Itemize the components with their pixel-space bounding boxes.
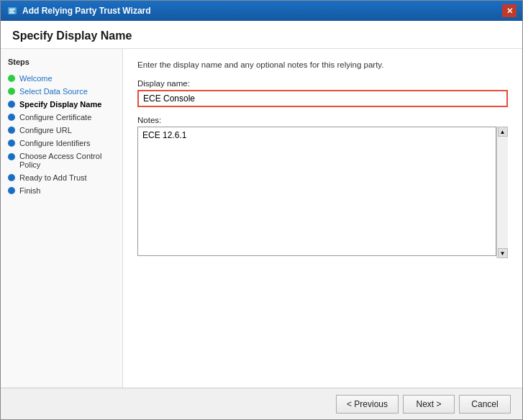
step-dot-identifiers [8, 140, 15, 147]
step-dot-finish [8, 187, 15, 194]
sidebar-label-url: Configure URL [19, 126, 72, 134]
sidebar-label-ready: Ready to Add Trust [19, 173, 87, 182]
sidebar-label-display: Specify Display Name [19, 100, 101, 109]
sidebar-item-specify-display-name[interactable]: Specify Display Name [1, 98, 122, 111]
step-dot-ready [8, 174, 15, 181]
scroll-down-arrow[interactable]: ▼ [498, 248, 508, 258]
svg-rect-3 [9, 12, 14, 14]
sidebar-item-finish[interactable]: Finish [1, 184, 122, 197]
sidebar-item-select-data-source[interactable]: Select Data Source [1, 85, 122, 98]
step-dot-access [8, 153, 15, 160]
sidebar-item-configure-identifiers[interactable]: Configure Identifiers [1, 137, 122, 150]
notes-group: Notes: ECE 12.6.1 ▲ ▼ [137, 116, 508, 258]
wizard-window: Add Relying Party Trust Wizard ✕ Specify… [0, 0, 523, 420]
sidebar-label-welcome: Welcome [19, 74, 53, 83]
sidebar-item-choose-access-control[interactable]: Choose Access Control Policy [1, 150, 122, 171]
sidebar-item-configure-url[interactable]: Configure URL [1, 124, 122, 137]
sidebar-label-select: Select Data Source [19, 87, 88, 96]
step-dot-url [8, 127, 15, 134]
previous-button[interactable]: < Previous [336, 395, 399, 414]
wizard-icon [6, 5, 18, 17]
scroll-up-arrow[interactable]: ▲ [498, 127, 508, 137]
steps-header: Steps [1, 58, 122, 72]
notes-textarea[interactable]: ECE 12.6.1 [137, 127, 496, 256]
page-title: Specify Display Name [12, 29, 511, 42]
notes-label: Notes: [137, 116, 508, 124]
display-name-group: Display name: [137, 79, 508, 107]
step-dot-display [8, 101, 15, 108]
close-button[interactable]: ✕ [502, 4, 517, 17]
main-content: Steps Welcome Select Data Source Specify… [1, 49, 522, 388]
svg-rect-1 [9, 9, 15, 10]
notes-wrapper: ECE 12.6.1 ▲ ▼ [137, 127, 508, 258]
step-dot-welcome [8, 75, 15, 82]
page-header: Specify Display Name [1, 21, 522, 49]
sidebar-item-configure-certificate[interactable]: Configure Certificate [1, 111, 122, 124]
window-title: Add Relying Party Trust Wizard [22, 6, 502, 16]
next-button[interactable]: Next > [403, 395, 455, 414]
sidebar-label-cert: Configure Certificate [19, 113, 91, 122]
instruction-text: Enter the display name and any optional … [137, 60, 508, 69]
title-bar: Add Relying Party Trust Wizard ✕ [1, 1, 522, 21]
svg-rect-2 [9, 11, 14, 12]
step-dot-select [8, 88, 15, 95]
sidebar-label-identifiers: Configure Identifiers [19, 139, 90, 147]
sidebar-label-finish: Finish [19, 186, 40, 195]
footer: < Previous Next > Cancel [1, 388, 522, 419]
sidebar: Steps Welcome Select Data Source Specify… [1, 49, 123, 388]
cancel-button[interactable]: Cancel [459, 395, 511, 414]
display-name-label: Display name: [137, 79, 508, 88]
content-area: Enter the display name and any optional … [123, 49, 522, 388]
step-dot-cert [8, 114, 15, 121]
sidebar-item-welcome[interactable]: Welcome [1, 72, 122, 85]
display-name-input[interactable] [137, 90, 508, 107]
sidebar-item-ready-to-add-trust[interactable]: Ready to Add Trust [1, 171, 122, 184]
sidebar-label-access: Choose Access Control Policy [19, 152, 115, 169]
notes-scrollbar[interactable]: ▲ ▼ [496, 127, 508, 258]
